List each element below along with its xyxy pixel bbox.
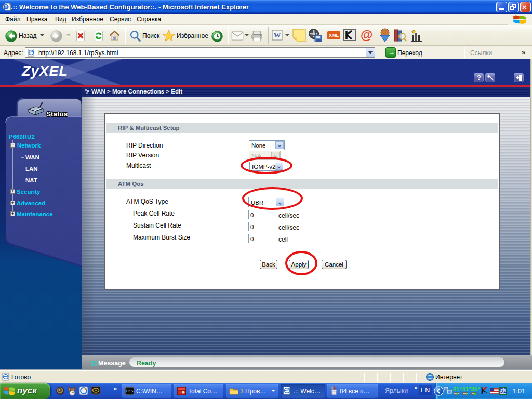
svg-text:W: W [274, 31, 281, 39]
svg-text:C:\: C:\ [126, 389, 134, 393]
